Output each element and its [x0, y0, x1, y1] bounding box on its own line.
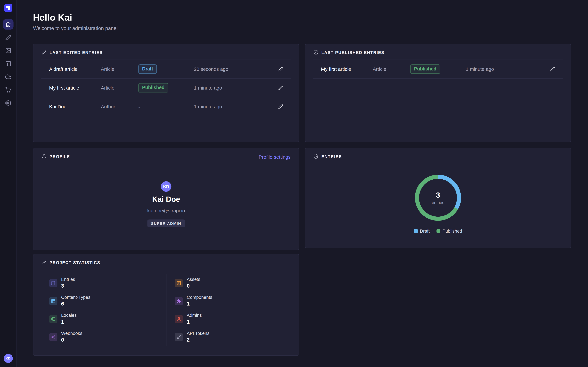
strapi-admin-dashboard: KD Hello Kai Welcome to your administrat…: [0, 0, 588, 367]
chart-legend: Draft Published: [414, 228, 462, 234]
edit-button[interactable]: [275, 67, 283, 72]
card-title: LAST EDITED ENTRIES: [50, 50, 103, 55]
stat-admins: Admins 1: [166, 310, 291, 328]
pencil-icon: [42, 50, 47, 55]
stat-content-types: Content-Types 6: [41, 292, 166, 310]
status-badge: Published: [138, 83, 168, 92]
stat-label: Assets: [187, 277, 200, 282]
entries-unit: entries: [432, 200, 444, 205]
stat-value: 2: [187, 336, 209, 343]
globe-icon: [49, 315, 58, 323]
published-swatch: [436, 229, 440, 233]
project-statistics-card: PROJECT STATISTICS Entries 3 Assets 0: [33, 254, 299, 356]
draft-swatch: [414, 229, 418, 233]
sidebar-item-deploy[interactable]: [3, 72, 13, 82]
stat-label: Components: [187, 295, 212, 300]
entry-name: A draft article: [49, 66, 101, 72]
sidebar-item-marketplace[interactable]: [3, 85, 13, 95]
table-row: Kai Doe Author - 1 minute ago: [41, 97, 291, 116]
status-badge: -: [138, 104, 140, 109]
user-avatar[interactable]: KD: [4, 354, 13, 363]
person-icon: [42, 154, 47, 159]
webhook-icon: [49, 333, 58, 341]
status-badge: Published: [410, 65, 440, 74]
profile-name: Kai Doe: [152, 195, 180, 204]
profile-card: PROFILE Profile settings KD Kai Doe kai.…: [33, 148, 299, 250]
entry-name: Kai Doe: [49, 104, 101, 109]
book-icon: [49, 279, 58, 287]
stat-value: 6: [61, 300, 90, 307]
stat-webhooks: Webhooks 0: [41, 328, 166, 346]
key-icon: [175, 333, 183, 341]
card-title: LAST PUBLISHED ENTRIES: [321, 50, 384, 55]
stat-label: Webhooks: [61, 331, 82, 336]
edit-button[interactable]: [275, 85, 283, 90]
main-sidebar: KD: [0, 0, 17, 367]
cloud-icon: [5, 74, 11, 80]
sidebar-item-settings[interactable]: [3, 98, 13, 108]
image-icon: [175, 279, 183, 287]
stat-value: 1: [61, 318, 77, 325]
puzzle-icon: [175, 297, 183, 305]
home-icon: [5, 21, 11, 27]
pencil-icon: [5, 34, 11, 41]
avatar: KD: [161, 181, 171, 192]
stat-entries: Entries 3: [41, 274, 166, 292]
table-row: My first article Article Published 1 min…: [41, 79, 291, 97]
stat-assets: Assets 0: [166, 274, 291, 292]
stat-value: 1: [187, 300, 212, 307]
trending-up-icon: [42, 260, 47, 265]
edit-button[interactable]: [275, 104, 283, 109]
stat-label: Admins: [187, 313, 202, 318]
card-title: ENTRIES: [321, 154, 342, 159]
sidebar-item-media-library[interactable]: [3, 45, 13, 56]
stat-value: 3: [61, 282, 75, 289]
table-row: A draft article Article Draft 20 seconds…: [41, 60, 291, 79]
layout-icon: [5, 61, 11, 67]
profile-email: kai.doe@strapi.io: [147, 208, 185, 213]
profile-settings-link[interactable]: Profile settings: [259, 154, 291, 160]
sidebar-item-content-type-builder[interactable]: [3, 58, 13, 69]
entry-kind: Author: [101, 104, 138, 109]
last-published-entries-card: LAST PUBLISHED ENTRIES My first article …: [305, 44, 571, 142]
entry-time: 1 minute ago: [194, 85, 275, 91]
table-row: My first article Article Published 1 min…: [313, 60, 563, 79]
entry-name: My first article: [49, 85, 101, 91]
status-badge: Draft: [138, 65, 157, 74]
entry-time: 1 minute ago: [194, 104, 275, 109]
strapi-logo[interactable]: [4, 4, 12, 12]
stat-value: 0: [61, 336, 82, 343]
entry-name: My first article: [321, 66, 373, 72]
stat-value: 0: [187, 282, 200, 289]
legend-item-published: Published: [436, 228, 462, 234]
stat-value: 1: [187, 318, 202, 325]
entries-count: 3: [436, 191, 440, 200]
page-header: Hello Kai Welcome to your administration…: [33, 12, 118, 31]
entry-kind: Article: [373, 66, 410, 72]
legend-label: Draft: [420, 228, 430, 234]
sidebar-item-home[interactable]: [3, 19, 13, 30]
check-circle-icon: [313, 50, 318, 55]
sidebar-divider: [3, 16, 13, 16]
stat-api-tokens: API Tokens 2: [166, 328, 291, 346]
stat-locales: Locales 1: [41, 310, 166, 328]
card-title: PROJECT STATISTICS: [50, 260, 100, 265]
sidebar-item-content-manager[interactable]: [3, 32, 13, 42]
gear-icon: [5, 100, 11, 106]
last-edited-entries-card: LAST EDITED ENTRIES A draft article Arti…: [33, 44, 299, 142]
stat-components: Components 1: [166, 292, 291, 310]
role-badge: SUPER ADMIN: [147, 219, 185, 227]
card-title: PROFILE: [50, 154, 70, 159]
user-icon: [175, 315, 183, 323]
layout-icon: [49, 297, 58, 305]
edit-button[interactable]: [547, 67, 555, 72]
legend-item-draft: Draft: [414, 228, 430, 234]
stat-label: Content-Types: [61, 295, 90, 300]
page-title: Hello Kai: [33, 12, 118, 23]
entries-donut-chart: 3 entries: [415, 175, 461, 221]
entry-time: 20 seconds ago: [194, 66, 275, 72]
media-library-icon: [5, 48, 11, 54]
page-subtitle: Welcome to your administration panel: [33, 25, 118, 31]
cart-icon: [5, 87, 11, 93]
entries-card: ENTRIES 3 entries Draft: [305, 148, 571, 248]
